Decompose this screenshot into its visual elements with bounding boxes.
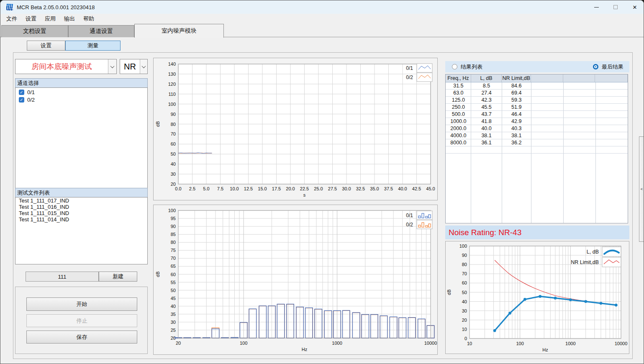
maximize-button[interactable] [606, 0, 625, 14]
table-cell [595, 111, 628, 118]
table-cell: 4000.0 [446, 132, 471, 139]
table-cell: 69.4 [502, 90, 531, 96]
main-tab-0[interactable]: 文档设置 [1, 25, 68, 37]
test-type-dropdown-arrow[interactable] [108, 59, 116, 74]
table-cell: 43.7 [471, 111, 502, 118]
svg-text:60: 60 [171, 272, 176, 277]
title-bar[interactable]: MCR Beta 2.05.0.001 20230418 [0, 0, 644, 14]
table-cell [446, 146, 471, 153]
rating-dropdown-arrow[interactable] [140, 59, 147, 74]
svg-text:20.0: 20.0 [286, 186, 295, 191]
rating-select[interactable]: NR [120, 59, 148, 74]
table-cell [563, 111, 595, 118]
table-header-cell: Freq., Hz [446, 74, 471, 82]
svg-text:0: 0 [464, 336, 467, 341]
svg-text:40: 40 [462, 299, 467, 304]
table-cell [595, 97, 628, 103]
table-cell [531, 104, 563, 110]
table-row: 250.045.551.9 [446, 104, 628, 111]
start-button[interactable]: 开始 [26, 297, 137, 311]
table-cell [563, 97, 595, 103]
file-name-input[interactable]: 111 [26, 272, 99, 282]
svg-text:27.5: 27.5 [328, 186, 337, 191]
stop-button[interactable]: 停止 [26, 314, 137, 327]
table-cell [595, 118, 628, 125]
noise-rating-text: Noise Rating: NR-43 [445, 228, 521, 237]
test-file-list[interactable]: Test 1_111_017_INDTest 1_111_016_INDTest… [15, 197, 148, 264]
time-history-svg: 20304050607080901001101201301400.02.55.0… [154, 58, 438, 201]
svg-text:85: 85 [171, 232, 176, 237]
svg-text:L, dB: L, dB [587, 249, 599, 255]
tab-measure[interactable]: 测量 [65, 41, 121, 51]
menu-item-0[interactable]: 文件 [2, 14, 21, 23]
minimize-button[interactable] [587, 0, 606, 14]
test-file-item[interactable]: Test 1_111_017_IND [15, 197, 147, 204]
svg-text:80: 80 [462, 262, 467, 267]
svg-text:10000: 10000 [615, 341, 628, 346]
svg-text:2.5: 2.5 [189, 186, 195, 191]
table-cell [531, 146, 563, 153]
main-tab-1[interactable]: 通道设置 [68, 25, 134, 37]
chevron-down-icon [142, 64, 146, 68]
svg-text:30.0: 30.0 [342, 186, 351, 191]
result-mode-row: 结果列表 最后结果 [445, 61, 629, 72]
time-history-chart: 20304050607080901001101201301400.02.55.0… [153, 58, 438, 200]
nr-rating-chart: 010203040506070809010010100100010000dBHz… [445, 241, 629, 354]
svg-text:40: 40 [171, 304, 176, 309]
test-file-item[interactable]: Test 1_111_016_IND [15, 204, 147, 210]
svg-text:40: 40 [171, 161, 176, 167]
table-cell: 84.6 [502, 82, 531, 89]
channel-checkbox[interactable]: ✓ [19, 97, 24, 103]
main-tab-2[interactable]: 室内噪声模块 [134, 24, 224, 38]
svg-text:45.0: 45.0 [426, 186, 435, 191]
table-header-cell: NR Limit,dB [502, 74, 531, 82]
table-row: 8000.036.136.2 [446, 139, 628, 146]
svg-text:35: 35 [171, 312, 176, 317]
menu-item-4[interactable]: 帮助 [79, 14, 98, 23]
save-button[interactable]: 保存 [26, 331, 137, 343]
svg-text:90: 90 [171, 224, 176, 229]
channel-row-0/2[interactable]: ✓0/2 [19, 96, 147, 103]
table-cell: 500.0 [446, 111, 471, 118]
table-cell [595, 82, 628, 89]
menu-item-3[interactable]: 输出 [60, 14, 79, 23]
result-table[interactable]: Freq., HzL, dBNR Limit,dB31.58.584.663.0… [445, 74, 628, 223]
new-button[interactable]: 新建 [99, 272, 137, 282]
table-cell [595, 125, 628, 132]
last-result-radio[interactable] [593, 64, 598, 69]
menu-item-2[interactable]: 应用 [41, 14, 60, 23]
table-cell: 38.1 [502, 132, 531, 139]
table-cell: 41.8 [471, 118, 502, 125]
svg-text:22.5: 22.5 [300, 186, 309, 191]
table-header-cell [595, 74, 628, 82]
channel-checkbox[interactable]: ✓ [19, 90, 24, 95]
result-list-label: 结果列表 [461, 63, 482, 71]
channel-list[interactable]: ✓0/1✓0/2 [15, 87, 148, 188]
test-type-select[interactable]: 房间本底噪声测试 [15, 59, 117, 74]
svg-text:95: 95 [171, 216, 176, 221]
channel-row-0/1[interactable]: ✓0/1 [19, 89, 147, 95]
result-list-radio[interactable] [452, 64, 457, 69]
table-header-cell: L, dB [471, 74, 502, 82]
test-file-item[interactable]: Test 1_111_015_IND [15, 210, 147, 216]
svg-text:10000: 10000 [424, 341, 437, 346]
close-button[interactable]: ✕ [625, 0, 644, 14]
svg-text:32.5: 32.5 [356, 186, 365, 191]
channel-label: 0/2 [27, 97, 35, 103]
svg-text:10: 10 [462, 327, 467, 332]
tab-settings[interactable]: 设置 [27, 41, 65, 51]
svg-text:1000: 1000 [332, 341, 342, 346]
panel-collapse-handle[interactable]: < [639, 136, 644, 242]
channel-select-header: 通道选择 [15, 78, 148, 88]
test-file-item[interactable]: Test 1_111_014_IND [15, 216, 147, 223]
menu-item-1[interactable]: 设置 [21, 14, 41, 23]
svg-text:0.0: 0.0 [175, 186, 181, 191]
svg-text:45: 45 [171, 296, 176, 301]
svg-text:37.5: 37.5 [384, 186, 393, 191]
svg-text:30: 30 [462, 308, 467, 313]
svg-text:50: 50 [171, 288, 176, 293]
window-title: MCR Beta 2.05.0.001 20230418 [17, 4, 95, 10]
table-cell: 2000.0 [446, 125, 471, 132]
chevron-down-icon [110, 64, 115, 68]
svg-text:80: 80 [171, 240, 176, 245]
